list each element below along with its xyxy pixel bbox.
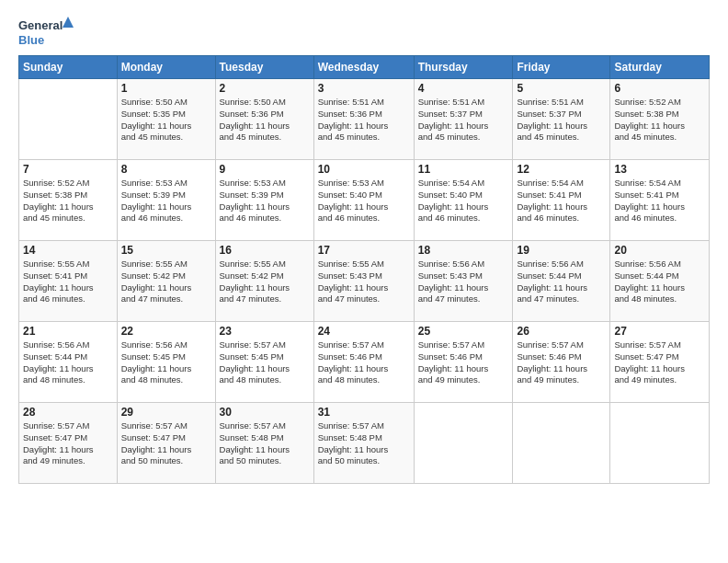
day-number: 18: [418, 244, 509, 257]
day-info: Sunrise: 5:56 AM Sunset: 5:44 PM Dayligh…: [517, 259, 606, 305]
day-info: Sunrise: 5:57 AM Sunset: 5:45 PM Dayligh…: [220, 339, 310, 386]
calendar-cell: 24Sunrise: 5:57 AM Sunset: 5:46 PM Dayli…: [313, 322, 414, 403]
calendar-cell: 13Sunrise: 5:54 AM Sunset: 5:41 PM Dayli…: [610, 160, 710, 241]
day-info: Sunrise: 5:56 AM Sunset: 5:45 PM Dayligh…: [121, 339, 211, 386]
day-info: Sunrise: 5:50 AM Sunset: 5:35 PM Dayligh…: [121, 97, 211, 144]
day-of-week-row: SundayMondayTuesdayWednesdayThursdayFrid…: [19, 56, 710, 79]
day-number: 7: [23, 163, 113, 176]
logo: General Blue: [18, 15, 74, 48]
calendar-cell: 9Sunrise: 5:53 AM Sunset: 5:39 PM Daylig…: [215, 160, 313, 241]
day-number: 9: [220, 163, 310, 176]
day-number: 2: [220, 82, 310, 95]
day-number: 3: [318, 82, 410, 95]
day-info: Sunrise: 5:57 AM Sunset: 5:48 PM Dayligh…: [220, 420, 310, 467]
calendar-cell: [513, 403, 610, 484]
day-info: Sunrise: 5:56 AM Sunset: 5:44 PM Dayligh…: [614, 259, 705, 305]
day-number: 21: [23, 325, 113, 338]
calendar-cell: 7Sunrise: 5:52 AM Sunset: 5:38 PM Daylig…: [19, 160, 118, 241]
calendar-cell: 12Sunrise: 5:54 AM Sunset: 5:41 PM Dayli…: [513, 160, 610, 241]
day-number: 22: [121, 325, 211, 338]
calendar-cell: 21Sunrise: 5:56 AM Sunset: 5:44 PM Dayli…: [19, 322, 118, 403]
day-info: Sunrise: 5:51 AM Sunset: 5:37 PM Dayligh…: [517, 97, 606, 144]
day-number: 16: [220, 244, 310, 257]
day-info: Sunrise: 5:55 AM Sunset: 5:42 PM Dayligh…: [121, 259, 211, 305]
calendar-cell: [19, 79, 118, 160]
day-info: Sunrise: 5:55 AM Sunset: 5:42 PM Dayligh…: [220, 259, 310, 305]
calendar-cell: 22Sunrise: 5:56 AM Sunset: 5:45 PM Dayli…: [117, 322, 215, 403]
day-info: Sunrise: 5:56 AM Sunset: 5:44 PM Dayligh…: [23, 339, 113, 386]
day-number: 25: [418, 325, 509, 338]
day-info: Sunrise: 5:57 AM Sunset: 5:46 PM Dayligh…: [318, 339, 410, 386]
calendar-cell: 26Sunrise: 5:57 AM Sunset: 5:46 PM Dayli…: [513, 322, 610, 403]
day-number: 12: [517, 163, 606, 176]
day-info: Sunrise: 5:51 AM Sunset: 5:36 PM Dayligh…: [318, 97, 410, 144]
day-info: Sunrise: 5:55 AM Sunset: 5:43 PM Dayligh…: [318, 259, 410, 305]
calendar-cell: 10Sunrise: 5:53 AM Sunset: 5:40 PM Dayli…: [313, 160, 414, 241]
calendar-cell: 15Sunrise: 5:55 AM Sunset: 5:42 PM Dayli…: [117, 241, 215, 322]
day-of-week-header: Wednesday: [313, 56, 414, 79]
day-number: 29: [121, 406, 211, 419]
day-info: Sunrise: 5:57 AM Sunset: 5:47 PM Dayligh…: [614, 339, 705, 386]
calendar-body: 1Sunrise: 5:50 AM Sunset: 5:35 PM Daylig…: [19, 79, 710, 484]
calendar-cell: 6Sunrise: 5:52 AM Sunset: 5:38 PM Daylig…: [610, 79, 710, 160]
calendar-cell: 3Sunrise: 5:51 AM Sunset: 5:36 PM Daylig…: [313, 79, 414, 160]
day-of-week-header: Saturday: [610, 56, 710, 79]
calendar-cell: 18Sunrise: 5:56 AM Sunset: 5:43 PM Dayli…: [414, 241, 513, 322]
day-number: 19: [517, 244, 606, 257]
header: General Blue: [18, 15, 710, 48]
calendar-cell: 4Sunrise: 5:51 AM Sunset: 5:37 PM Daylig…: [414, 79, 513, 160]
day-info: Sunrise: 5:52 AM Sunset: 5:38 PM Dayligh…: [23, 178, 113, 224]
day-number: 27: [614, 325, 705, 338]
calendar-cell: 1Sunrise: 5:50 AM Sunset: 5:35 PM Daylig…: [117, 79, 215, 160]
day-info: Sunrise: 5:54 AM Sunset: 5:41 PM Dayligh…: [517, 178, 606, 224]
day-info: Sunrise: 5:50 AM Sunset: 5:36 PM Dayligh…: [220, 97, 310, 144]
day-of-week-header: Sunday: [19, 56, 118, 79]
day-info: Sunrise: 5:53 AM Sunset: 5:39 PM Dayligh…: [220, 178, 310, 224]
calendar-cell: 20Sunrise: 5:56 AM Sunset: 5:44 PM Dayli…: [610, 241, 710, 322]
calendar-cell: 2Sunrise: 5:50 AM Sunset: 5:36 PM Daylig…: [215, 79, 313, 160]
calendar-week-row: 14Sunrise: 5:55 AM Sunset: 5:41 PM Dayli…: [19, 241, 710, 322]
calendar-cell: 17Sunrise: 5:55 AM Sunset: 5:43 PM Dayli…: [313, 241, 414, 322]
calendar-cell: 25Sunrise: 5:57 AM Sunset: 5:46 PM Dayli…: [414, 322, 513, 403]
calendar-cell: 16Sunrise: 5:55 AM Sunset: 5:42 PM Dayli…: [215, 241, 313, 322]
calendar-cell: [414, 403, 513, 484]
calendar-cell: 11Sunrise: 5:54 AM Sunset: 5:40 PM Dayli…: [414, 160, 513, 241]
day-number: 30: [220, 406, 310, 419]
day-info: Sunrise: 5:57 AM Sunset: 5:46 PM Dayligh…: [418, 339, 509, 386]
day-number: 4: [418, 82, 509, 95]
day-info: Sunrise: 5:57 AM Sunset: 5:46 PM Dayligh…: [517, 339, 606, 386]
svg-text:Blue: Blue: [18, 33, 44, 47]
day-number: 11: [418, 163, 509, 176]
logo-svg: General Blue: [18, 15, 74, 48]
calendar-week-row: 1Sunrise: 5:50 AM Sunset: 5:35 PM Daylig…: [19, 79, 710, 160]
day-number: 31: [318, 406, 410, 419]
day-number: 14: [23, 244, 113, 257]
calendar-cell: 27Sunrise: 5:57 AM Sunset: 5:47 PM Dayli…: [610, 322, 710, 403]
day-info: Sunrise: 5:54 AM Sunset: 5:40 PM Dayligh…: [418, 178, 509, 224]
calendar-cell: 23Sunrise: 5:57 AM Sunset: 5:45 PM Dayli…: [215, 322, 313, 403]
day-of-week-header: Thursday: [414, 56, 513, 79]
svg-marker-1: [63, 17, 74, 28]
day-number: 20: [614, 244, 705, 257]
day-number: 8: [121, 163, 211, 176]
day-info: Sunrise: 5:53 AM Sunset: 5:39 PM Dayligh…: [121, 178, 211, 224]
day-number: 13: [614, 163, 705, 176]
day-of-week-header: Friday: [513, 56, 610, 79]
day-of-week-header: Monday: [117, 56, 215, 79]
day-info: Sunrise: 5:56 AM Sunset: 5:43 PM Dayligh…: [418, 259, 509, 305]
day-info: Sunrise: 5:54 AM Sunset: 5:41 PM Dayligh…: [614, 178, 705, 224]
calendar-cell: 5Sunrise: 5:51 AM Sunset: 5:37 PM Daylig…: [513, 79, 610, 160]
calendar-cell: 8Sunrise: 5:53 AM Sunset: 5:39 PM Daylig…: [117, 160, 215, 241]
day-of-week-header: Tuesday: [215, 56, 313, 79]
svg-text:General: General: [18, 18, 63, 32]
day-info: Sunrise: 5:55 AM Sunset: 5:41 PM Dayligh…: [23, 259, 113, 305]
day-number: 5: [517, 82, 606, 95]
calendar-cell: [610, 403, 710, 484]
day-number: 10: [318, 163, 410, 176]
calendar-cell: 31Sunrise: 5:57 AM Sunset: 5:48 PM Dayli…: [313, 403, 414, 484]
calendar-cell: 14Sunrise: 5:55 AM Sunset: 5:41 PM Dayli…: [19, 241, 118, 322]
day-info: Sunrise: 5:57 AM Sunset: 5:47 PM Dayligh…: [23, 420, 113, 467]
calendar-week-row: 28Sunrise: 5:57 AM Sunset: 5:47 PM Dayli…: [19, 403, 710, 484]
day-number: 6: [614, 82, 705, 95]
day-number: 26: [517, 325, 606, 338]
